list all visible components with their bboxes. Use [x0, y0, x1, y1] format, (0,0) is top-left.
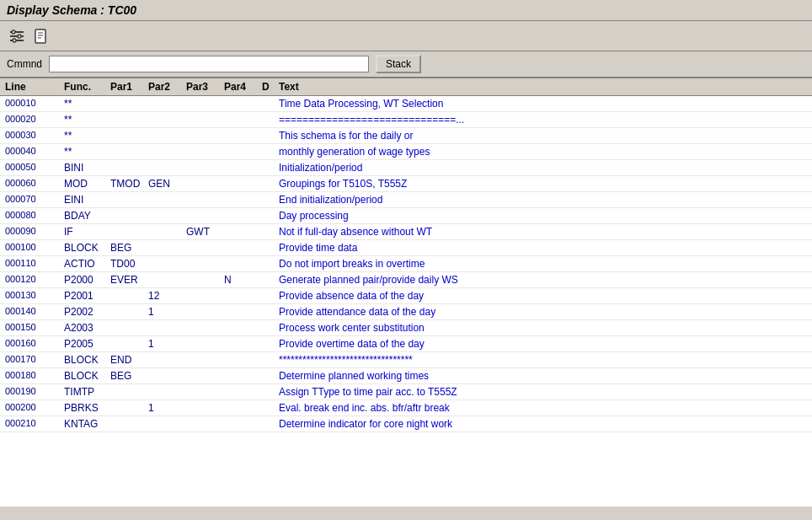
row-text: Not if full-day absence without WT [277, 225, 809, 239]
title-bar: Display Schema : TC00 [0, 0, 812, 21]
table-row[interactable]: 000090IFGWTNot if full-day absence witho… [0, 224, 812, 240]
row-param [222, 257, 260, 271]
row-param [222, 177, 260, 190]
row-param: 1 [147, 337, 184, 351]
table-row[interactable]: 000010**Time Data Processing, WT Selecti… [0, 96, 812, 112]
row-param [222, 209, 260, 222]
settings-icon[interactable] [7, 26, 27, 46]
row-param: P2005 [62, 337, 109, 351]
row-param [184, 161, 222, 174]
table-row[interactable]: 000170BLOCKEND**************************… [0, 352, 812, 368]
row-param: P2000 [62, 273, 109, 287]
row-line: 000190 [3, 385, 62, 399]
table-row[interactable]: 000110ACTIOTD00Do not import breaks in o… [0, 256, 812, 272]
table-row[interactable]: 000120P2000EVERNGenerate planned pair/pr… [0, 272, 812, 288]
row-param [109, 225, 147, 239]
row-text: This schema is for the daily or [277, 129, 809, 142]
row-param [260, 177, 277, 190]
row-param [184, 273, 222, 287]
row-param: BDAY [62, 209, 109, 222]
table-row[interactable]: 000200PBRKS1Eval. break end inc. abs. bf… [0, 400, 812, 416]
row-param [109, 305, 147, 319]
row-param [184, 145, 222, 158]
table-row[interactable]: 000040**monthly generation of wage types [0, 144, 812, 160]
row-param [109, 417, 147, 431]
row-param [222, 337, 260, 351]
svg-point-4 [18, 35, 21, 38]
row-text: Assign TType to time pair acc. to T555Z [277, 385, 809, 399]
row-param: TMOD [109, 177, 147, 190]
row-line: 000200 [3, 401, 62, 415]
row-line: 000090 [3, 225, 62, 239]
table-row[interactable]: 000070EINIEnd initialization/period [0, 192, 812, 208]
table-row[interactable]: 000130P200112Provide absence data of the… [0, 288, 812, 304]
table-row[interactable]: 000180BLOCKBEGDetermine planned working … [0, 368, 812, 384]
row-param [260, 257, 277, 271]
row-param [147, 225, 184, 239]
row-line: 000080 [3, 209, 62, 222]
row-param: P2002 [62, 305, 109, 319]
row-param [147, 161, 184, 174]
row-param [222, 369, 260, 383]
document-icon[interactable] [30, 26, 51, 46]
row-text: monthly generation of wage types [277, 145, 809, 158]
row-text: Eval. break end inc. abs. bfr/aftr break [277, 401, 809, 415]
table-row[interactable]: 000210KNTAGDetermine indicator for core … [0, 416, 812, 432]
table-row[interactable]: 000140P20021Provide attendance data of t… [0, 304, 812, 320]
row-param [260, 225, 277, 239]
row-param [260, 289, 277, 303]
toolbar-icon-1 [8, 28, 25, 45]
svg-point-5 [13, 39, 16, 42]
row-param [222, 97, 260, 110]
command-label: Cmmnd [7, 58, 42, 70]
row-line: 000140 [3, 305, 62, 319]
row-line: 000120 [3, 273, 62, 287]
row-param [222, 225, 260, 239]
stack-button[interactable]: Stack [376, 55, 421, 73]
row-param [222, 321, 260, 335]
row-param [184, 241, 222, 255]
table-row[interactable]: 000150A2003Process work center substitut… [0, 320, 812, 336]
row-param [260, 113, 277, 126]
row-line: 000100 [3, 241, 62, 255]
row-param [222, 113, 260, 126]
row-text: Generate planned pair/provide daily WS [277, 273, 809, 287]
table-row[interactable]: 000020**==============================..… [0, 112, 812, 128]
table-row[interactable]: 000190TIMTPAssign TType to time pair acc… [0, 384, 812, 400]
row-line: 000050 [3, 161, 62, 174]
table-row[interactable]: 000050BINIInitialization/period [0, 160, 812, 176]
col-header-par1: Par1 [109, 80, 147, 94]
command-bar: Cmmnd Stack [0, 51, 812, 78]
table-row[interactable]: 000030**This schema is for the daily or [0, 128, 812, 144]
row-param: EINI [62, 193, 109, 206]
row-param [147, 257, 184, 271]
row-line: 000210 [3, 417, 62, 431]
table-row[interactable]: 000160P20051Provide overtime data of the… [0, 336, 812, 352]
row-param [184, 209, 222, 222]
row-param [222, 385, 260, 399]
row-param [260, 161, 277, 174]
row-line: 000130 [3, 289, 62, 303]
row-text: Groupings for T510S, T555Z [277, 177, 809, 190]
col-header-par4: Par4 [222, 80, 260, 94]
table-row[interactable]: 000100BLOCKBEGProvide time data [0, 240, 812, 256]
row-param [109, 337, 147, 351]
row-param: BLOCK [62, 241, 109, 255]
command-input[interactable] [49, 56, 369, 72]
row-param [222, 129, 260, 142]
table-row[interactable]: 000080BDAYDay processing [0, 208, 812, 224]
table-row[interactable]: 000060MODTMODGENGroupings for T510S, T55… [0, 176, 812, 192]
row-param [109, 145, 147, 158]
row-param: TIMTP [62, 385, 109, 399]
row-param [109, 401, 147, 415]
col-header-par2: Par2 [147, 80, 184, 94]
row-text: Time Data Processing, WT Selection [277, 97, 809, 110]
col-header-text: Text [277, 80, 809, 94]
row-param [222, 289, 260, 303]
col-header-line: Line [3, 80, 62, 94]
row-line: 000170 [3, 353, 62, 367]
row-line: 000070 [3, 193, 62, 206]
row-param [260, 321, 277, 335]
row-text: Process work center substitution [277, 321, 809, 335]
row-text: ==============================... [277, 113, 809, 126]
